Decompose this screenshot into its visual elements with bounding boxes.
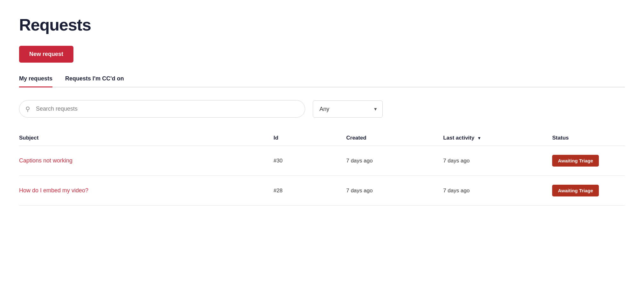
- cell-created: 7 days ago: [346, 146, 443, 176]
- cell-last-activity: 7 days ago: [443, 146, 552, 176]
- requests-table: Subject Id Created Last activity ▼ Statu…: [19, 130, 625, 206]
- col-header-last-activity[interactable]: Last activity ▼: [443, 130, 552, 146]
- cell-subject: How do I embed my video?: [19, 176, 274, 206]
- new-request-button[interactable]: New request: [19, 46, 73, 63]
- sort-indicator: ▼: [477, 136, 481, 141]
- tab-my-requests[interactable]: My requests: [19, 75, 52, 87]
- col-header-subject: Subject: [19, 130, 274, 146]
- cell-created: 7 days ago: [346, 176, 443, 206]
- request-subject-link[interactable]: How do I embed my video?: [19, 187, 88, 194]
- col-header-status: Status: [552, 130, 625, 146]
- search-wrapper: ⚲: [19, 100, 305, 118]
- status-badge: Awaiting Triage: [552, 155, 599, 167]
- filter-select[interactable]: Any Open Closed Pending: [313, 100, 383, 118]
- search-input[interactable]: [19, 100, 305, 118]
- page-title: Requests: [19, 15, 625, 34]
- cell-status: Awaiting Triage: [552, 146, 625, 176]
- cell-subject: Captions not working: [19, 146, 274, 176]
- request-subject-link[interactable]: Captions not working: [19, 157, 72, 164]
- table-header-row: Subject Id Created Last activity ▼ Statu…: [19, 130, 625, 146]
- table-row: Captions not working #30 7 days ago 7 da…: [19, 146, 625, 176]
- search-icon: ⚲: [25, 105, 30, 113]
- filter-select-wrapper: Any Open Closed Pending ▼: [313, 100, 383, 118]
- cell-last-activity: 7 days ago: [443, 176, 552, 206]
- col-header-id: Id: [274, 130, 346, 146]
- table-row: How do I embed my video? #28 7 days ago …: [19, 176, 625, 206]
- cell-id: #30: [274, 146, 346, 176]
- status-badge: Awaiting Triage: [552, 185, 599, 196]
- tab-bar: My requests Requests I'm CC'd on: [19, 75, 625, 87]
- cell-id: #28: [274, 176, 346, 206]
- col-header-created: Created: [346, 130, 443, 146]
- cell-status: Awaiting Triage: [552, 176, 625, 206]
- tab-cc-requests[interactable]: Requests I'm CC'd on: [65, 75, 124, 87]
- search-filter-row: ⚲ Any Open Closed Pending ▼: [19, 100, 625, 118]
